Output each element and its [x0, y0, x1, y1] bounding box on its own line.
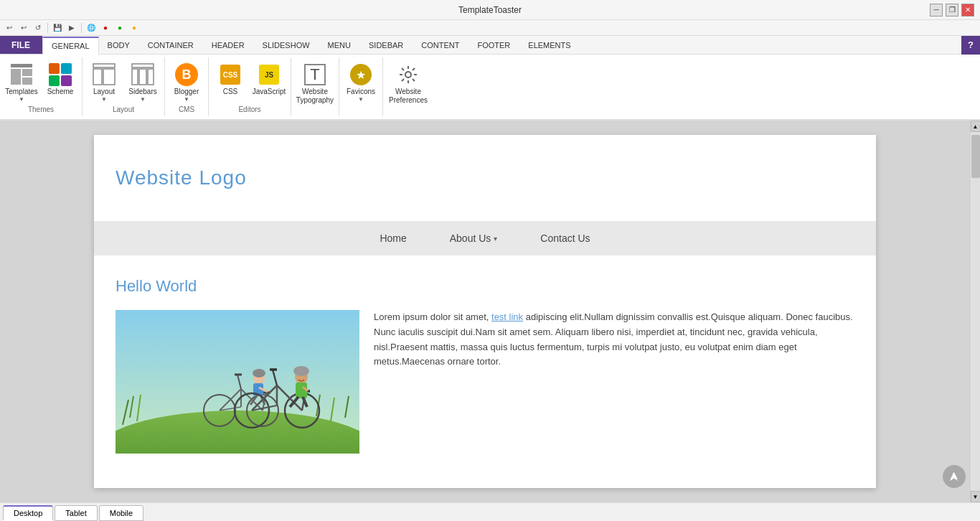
help-button[interactable]: ?	[961, 36, 980, 55]
site-content: Hello World	[94, 255, 876, 475]
close-button[interactable]: ✕	[961, 4, 974, 17]
browser-icon-1[interactable]: 🌐	[85, 22, 98, 34]
tab-body[interactable]: BODY	[99, 36, 139, 54]
css-button[interactable]: CSS CSS	[212, 60, 249, 98]
svg-rect-4	[93, 64, 115, 67]
layout-button[interactable]: Layout ▼	[85, 60, 123, 104]
tablet-tab[interactable]: Tablet	[55, 505, 97, 521]
desktop-tab[interactable]: Desktop	[3, 505, 53, 521]
tab-footer[interactable]: FOOTER	[468, 36, 519, 54]
favicons-button[interactable]: ★ Favicons ▼	[342, 60, 380, 104]
tab-general[interactable]: GENERAL	[42, 37, 99, 55]
typography-icon: T	[302, 62, 328, 88]
css-icon: CSS	[217, 62, 243, 88]
svg-rect-5	[93, 69, 102, 85]
blogger-button[interactable]: B Blogger ▼	[168, 60, 205, 104]
sidebars-button[interactable]: Sidebars ▼	[124, 60, 161, 104]
favicons-dropdown: ▼	[358, 96, 364, 103]
ribbon-content: Templates ▼ Scheme Them	[0, 55, 980, 119]
restore-button[interactable]: ❐	[946, 4, 958, 17]
ribbon-group-cms: B Blogger ▼ CMS	[165, 57, 209, 116]
save-button[interactable]: 💾	[51, 22, 64, 34]
right-scrollbar[interactable]: ▲ ▼	[970, 121, 980, 502]
preferences-label: WebsitePreferences	[389, 88, 428, 105]
preview-button[interactable]: ▶	[65, 22, 78, 34]
editors-items: CSS CSS JS JavaScript	[212, 57, 288, 104]
themes-items: Templates ▼ Scheme	[3, 57, 79, 104]
tab-header[interactable]: HEADER	[203, 36, 254, 54]
favicons-items: ★ Favicons ▼	[342, 57, 380, 113]
tab-file[interactable]: FILE	[0, 36, 42, 54]
website-canvas: Website Logo Home About Us ▾ Contact Us …	[94, 135, 876, 488]
undo-button[interactable]: ↩	[3, 22, 16, 34]
scrollbar-up-button[interactable]: ▲	[971, 121, 981, 132]
scheme-button[interactable]: Scheme	[42, 60, 79, 98]
blogger-dropdown: ▼	[184, 96, 189, 103]
toolbar-separator-2	[81, 23, 82, 33]
nav-items: Home About Us ▾ Contact Us	[380, 233, 590, 244]
nav-item-contact[interactable]: Contact Us	[540, 233, 590, 244]
website-typography-button[interactable]: T WebsiteTypography	[294, 60, 336, 106]
browser-icon-2[interactable]: ●	[99, 22, 112, 34]
javascript-button[interactable]: JS JavaScript	[250, 60, 288, 98]
ribbon: FILE GENERAL BODY CONTAINER HEADER SLIDE…	[0, 36, 980, 121]
javascript-icon: JS	[256, 62, 282, 88]
content-text: Lorem ipsum dolor sit amet, test link ad…	[374, 310, 854, 454]
svg-point-31	[253, 369, 265, 377]
main-area: Website Logo Home About Us ▾ Contact Us …	[0, 121, 980, 502]
browser-icon-3[interactable]: ●	[113, 22, 126, 34]
canvas-area[interactable]: Website Logo Home About Us ▾ Contact Us …	[0, 121, 970, 502]
about-dropdown-arrow: ▾	[494, 235, 497, 243]
javascript-label: JavaScript	[253, 88, 286, 96]
templates-button[interactable]: Templates ▼	[3, 60, 40, 104]
sidebars-icon	[130, 62, 156, 88]
content-link[interactable]: test link	[491, 311, 523, 322]
redo-button[interactable]: ↩	[17, 22, 30, 34]
nav-item-home[interactable]: Home	[380, 233, 406, 244]
svg-point-47	[293, 366, 309, 376]
ribbon-group-preferences: WebsitePreferences	[383, 57, 433, 116]
nav-item-about[interactable]: About Us ▾	[450, 233, 498, 244]
templates-dropdown: ▼	[19, 96, 24, 103]
cms-group-label: CMS	[168, 104, 205, 113]
ribbon-group-favicons: ★ Favicons ▼	[339, 57, 383, 116]
svg-rect-1	[11, 69, 21, 85]
tab-elements[interactable]: ELEMENTS	[519, 36, 580, 54]
blogger-icon: B	[174, 62, 199, 88]
tab-container[interactable]: CONTAINER	[139, 36, 203, 54]
scrollbar-down-button[interactable]: ▼	[971, 491, 981, 502]
layout-dropdown: ▼	[101, 96, 107, 103]
scroll-to-top-button[interactable]: ⮝	[943, 465, 966, 488]
window-controls: ─ ❐ ✕	[930, 4, 974, 17]
tab-sidebar[interactable]: SIDEBAR	[360, 36, 413, 54]
tab-content[interactable]: CONTENT	[413, 36, 468, 54]
quick-access-toolbar: ↩ ↩ ↺ 💾 ▶ 🌐 ● ● ●	[0, 20, 980, 36]
refresh-button[interactable]: ↺	[32, 22, 44, 34]
svg-rect-0	[11, 64, 32, 67]
ribbon-group-themes: Templates ▼ Scheme Them	[0, 57, 83, 116]
tab-menu[interactable]: MENU	[319, 36, 360, 54]
typography-items: T WebsiteTypography	[294, 57, 336, 113]
site-header: Website Logo	[94, 135, 876, 221]
scrollbar-track[interactable]	[971, 132, 980, 491]
svg-rect-3	[22, 78, 32, 85]
website-preferences-button[interactable]: WebsitePreferences	[386, 60, 430, 106]
scheme-icon	[47, 62, 73, 88]
preferences-icon	[395, 62, 421, 88]
favicons-label: Favicons	[347, 88, 375, 96]
minimize-button[interactable]: ─	[930, 4, 943, 17]
templates-icon	[9, 62, 34, 88]
content-title: Hello World	[116, 277, 854, 296]
scheme-label: Scheme	[47, 88, 74, 96]
tab-slideshow[interactable]: SLIDESHOW	[254, 36, 319, 54]
toolbar-separator	[47, 23, 48, 33]
layout-group-label: Layout	[85, 104, 161, 113]
favicons-icon: ★	[348, 62, 374, 88]
sidebars-label: Sidebars	[128, 88, 156, 96]
browser-icon-4[interactable]: ●	[128, 22, 141, 34]
scrollbar-thumb[interactable]	[971, 135, 980, 178]
svg-rect-6	[103, 69, 115, 85]
mobile-tab[interactable]: Mobile	[99, 505, 143, 521]
sidebars-dropdown: ▼	[140, 96, 146, 103]
css-label: CSS	[223, 88, 238, 96]
